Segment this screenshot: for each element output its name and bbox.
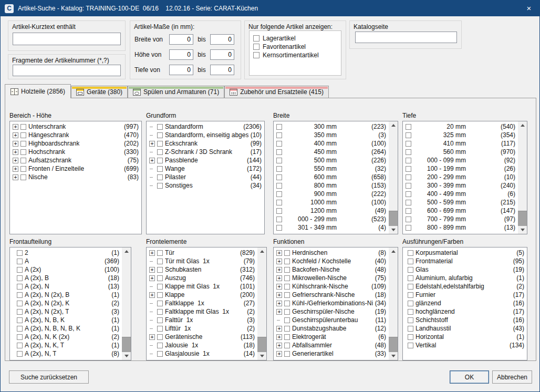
expand-plus-icon[interactable]: + — [276, 292, 282, 298]
hoehe-von-input[interactable] — [169, 49, 193, 60]
list-item[interactable]: Korpusmaterial(5) — [403, 249, 526, 257]
list-item[interactable]: hochglänzend(17) — [403, 307, 526, 316]
tab-1[interactable]: Holzteile (2856) — [5, 84, 71, 98]
item-checkbox[interactable] — [408, 292, 413, 298]
expand-plus-icon[interactable]: + — [13, 132, 18, 138]
list-item[interactable]: A (2x), N, T(8) — [11, 349, 121, 358]
item-checkbox[interactable] — [157, 309, 163, 315]
tab-4[interactable]: Zubehör und Ersatzteile (415) — [224, 86, 329, 98]
list-item[interactable]: A (2x), N (2x), B(1) — [11, 291, 121, 299]
item-checkbox[interactable] — [408, 259, 413, 264]
item-checkbox[interactable] — [406, 225, 411, 231]
item-checkbox[interactable] — [276, 149, 282, 155]
list-item[interactable]: A(369) — [11, 257, 121, 265]
item-checkbox[interactable] — [276, 191, 282, 197]
option-kernsortimentartikel[interactable]: Kernsortimentartikel — [253, 51, 319, 59]
scroll-track[interactable] — [389, 129, 398, 226]
scroll-track[interactable] — [389, 255, 398, 352]
scroll-down-icon[interactable] — [389, 226, 398, 234]
option-lagerartikel[interactable]: Lagerartikel — [253, 35, 296, 42]
item-checkbox[interactable] — [408, 275, 413, 281]
item-checkbox[interactable] — [276, 200, 282, 205]
list-item[interactable]: A (2x), T(2) — [11, 358, 121, 359]
list-item[interactable]: glänzend(16) — [403, 299, 526, 307]
list-item[interactable]: A (2x), N, B, K(1) — [11, 316, 121, 324]
item-checkbox[interactable] — [157, 250, 163, 256]
item-checkbox[interactable] — [408, 326, 413, 332]
list-item[interactable]: +Aufsatzschrank(75) — [11, 156, 141, 164]
katalogseite-input[interactable] — [355, 32, 457, 43]
scroll-up-icon[interactable] — [389, 247, 398, 255]
item-checkbox[interactable] — [406, 200, 411, 205]
item-checkbox[interactable] — [17, 334, 23, 340]
list-item[interactable]: Innenschubkasten(28) — [274, 358, 388, 359]
list-item[interactable]: +Mikrowellen-Nische(75) — [274, 274, 388, 282]
item-checkbox[interactable] — [157, 317, 163, 323]
item-checkbox[interactable] — [284, 259, 290, 264]
item-checkbox[interactable] — [406, 132, 411, 138]
item-checkbox[interactable] — [157, 334, 163, 340]
item-checkbox[interactable] — [408, 317, 413, 323]
expand-plus-icon[interactable]: + — [276, 334, 282, 340]
item-checkbox[interactable] — [284, 250, 290, 256]
item-checkbox[interactable] — [406, 216, 411, 222]
item-checkbox[interactable] — [157, 158, 163, 163]
vertical-scrollbar[interactable] — [518, 121, 527, 234]
item-checkbox[interactable] — [157, 183, 163, 189]
expand-plus-icon[interactable]: + — [13, 149, 18, 155]
list-item[interactable]: 1200 mm(49) — [274, 207, 388, 215]
item-checkbox[interactable] — [406, 166, 411, 172]
item-checkbox[interactable] — [406, 141, 411, 147]
list-item[interactable]: +Elektrogerät(6) — [274, 333, 388, 341]
item-checkbox[interactable] — [17, 250, 23, 256]
list-item[interactable]: 20 mm(540) — [403, 122, 517, 131]
list-item[interactable]: 000 - 099 mm(92) — [403, 156, 517, 164]
list-item[interactable]: 300 - 399 mm(240) — [403, 181, 517, 190]
item-checkbox[interactable] — [284, 284, 290, 290]
expand-plus-icon[interactable]: + — [149, 334, 155, 340]
kurztext-input[interactable] — [13, 33, 121, 45]
item-checkbox[interactable] — [284, 334, 290, 340]
item-checkbox[interactable] — [17, 317, 23, 323]
scroll-thumb[interactable] — [257, 255, 266, 337]
list-item[interactable]: +Highboardschrank(202) — [11, 139, 141, 148]
list-item[interactable]: A (2x), N, B, N, B, K(1) — [11, 324, 121, 333]
item-checkbox[interactable] — [276, 158, 282, 163]
scroll-down-icon[interactable] — [122, 352, 131, 360]
item-checkbox[interactable] — [408, 343, 413, 348]
item-checkbox[interactable] — [17, 259, 23, 264]
item-checkbox[interactable] — [284, 309, 290, 315]
item-checkbox[interactable] — [406, 174, 411, 180]
item-checkbox[interactable] — [17, 351, 23, 357]
item-checkbox[interactable] — [157, 132, 163, 138]
item-checkbox[interactable] — [17, 359, 23, 360]
item-checkbox[interactable] — [408, 309, 413, 315]
list-item[interactable]: 400 - 499 mm(6) — [403, 190, 517, 198]
scroll-up-icon[interactable] — [257, 247, 266, 255]
list-item[interactable]: +Herdnischen(8) — [274, 249, 388, 257]
scroll-track[interactable] — [257, 255, 266, 352]
list-item[interactable]: Schichtstoff(16) — [403, 316, 526, 324]
scroll-down-icon[interactable] — [518, 226, 527, 234]
item-checkbox[interactable] — [20, 149, 26, 155]
item-checkbox[interactable] — [157, 301, 163, 306]
item-checkbox[interactable] — [157, 275, 163, 281]
list-item[interactable]: 500 - 599 mm(215) — [403, 198, 517, 207]
kernsortimentartikel-checkbox[interactable] — [253, 52, 259, 58]
item-checkbox[interactable] — [20, 166, 26, 172]
expand-plus-icon[interactable]: + — [149, 250, 155, 256]
list-item[interactable]: Jalousie 1x(18) — [147, 341, 257, 349]
item-checkbox[interactable] — [406, 183, 411, 189]
item-checkbox[interactable] — [157, 351, 163, 357]
scroll-thumb[interactable] — [518, 129, 527, 211]
list-item[interactable]: 800 - 899 mm(13) — [403, 223, 517, 232]
list-item[interactable]: 560 mm(970) — [403, 148, 517, 156]
item-checkbox[interactable] — [408, 334, 413, 340]
list-item[interactable]: Geschirrspülerunterbau(11) — [274, 316, 388, 324]
expand-plus-icon[interactable]: + — [149, 158, 155, 163]
list-item[interactable]: Standardform(2306) — [147, 122, 264, 131]
list-item[interactable]: 450 mm(264) — [274, 148, 388, 156]
list-item[interactable]: Rollladen 1x(8) — [147, 358, 257, 359]
item-checkbox[interactable] — [408, 284, 413, 290]
list-item[interactable]: A (2x), N(13) — [11, 282, 121, 291]
